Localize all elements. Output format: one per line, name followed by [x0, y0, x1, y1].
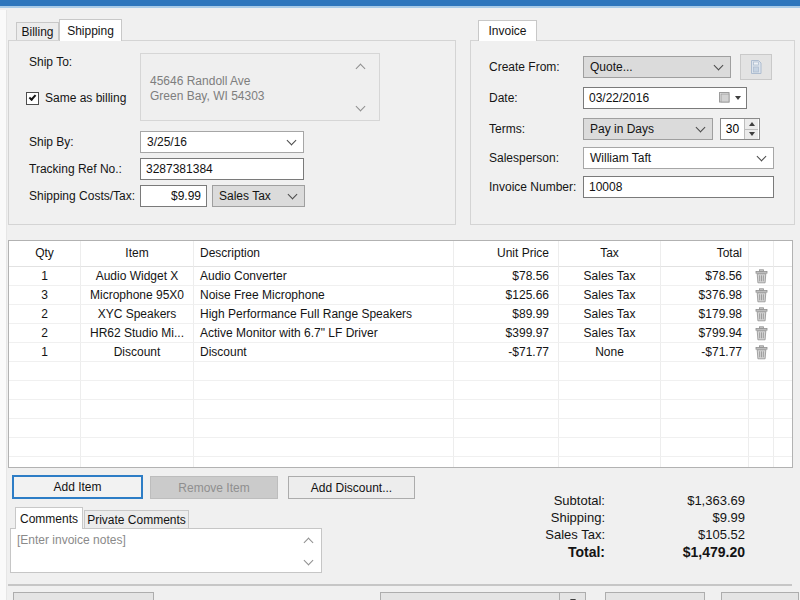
- cell-item: HR62 Studio Mi...: [81, 324, 194, 343]
- salesperson-combobox[interactable]: William Taft: [583, 147, 774, 169]
- subtotal-label: Subtotal:: [448, 492, 605, 509]
- terms-combobox[interactable]: Pay in Days: [583, 118, 713, 140]
- calendar-icon[interactable]: [719, 92, 731, 104]
- tab-billing[interactable]: Billing: [16, 22, 59, 40]
- date-label: Date:: [489, 87, 518, 109]
- invoice-notes-textarea[interactable]: [10, 528, 322, 573]
- shipping-cost-input[interactable]: [140, 185, 207, 207]
- shipping-total-value: $9.99: [605, 509, 745, 526]
- bottom-action-button-3[interactable]: [605, 592, 705, 600]
- cell-description: Audio Converter: [194, 267, 454, 286]
- bottom-split-dropdown-icon[interactable]: [559, 592, 585, 600]
- sales-tax-row: Sales Tax: $105.52: [448, 526, 745, 543]
- column-header-delete: [749, 241, 774, 267]
- stepper-down-button[interactable]: [745, 130, 758, 140]
- cell-gutter: [774, 343, 792, 362]
- tab-shipping[interactable]: Shipping: [59, 19, 122, 41]
- tab-billing-label: Billing: [21, 25, 53, 39]
- items-table-header: Qty Item Description Unit Price Tax Tota…: [9, 241, 792, 267]
- trash-icon[interactable]: [755, 307, 768, 322]
- table-row[interactable]: 1 Audio Widget X Audio Converter $78.56 …: [9, 267, 792, 286]
- table-row[interactable]: 2 HR62 Studio Mi... Active Monitor with …: [9, 324, 792, 343]
- sales-tax-label: Sales Tax:: [448, 526, 605, 543]
- create-from-label: Create From:: [489, 56, 560, 78]
- cell-total: $799.94: [661, 324, 749, 343]
- totals-summary: Subtotal: $1,363.69 Shipping: $9.99 Sale…: [448, 492, 745, 562]
- tracking-ref-label: Tracking Ref No.:: [29, 158, 122, 180]
- trash-icon[interactable]: [755, 269, 768, 284]
- add-item-label: Add Item: [53, 480, 101, 494]
- window-left-edge: [0, 10, 7, 600]
- table-row[interactable]: 3 Microphone 95X0 Noise Free Microphone …: [9, 286, 792, 305]
- table-row[interactable]: 2 XYC Speakers High Performance Full Ran…: [9, 305, 792, 324]
- cell-tax: Sales Tax: [559, 305, 661, 324]
- grand-total-row: Total: $1,479.20: [448, 543, 745, 562]
- window-accent-bar: [0, 0, 800, 8]
- subtotal-value: $1,363.69: [605, 492, 745, 509]
- grand-total-label: Total:: [448, 543, 605, 562]
- bottom-divider: [8, 584, 792, 586]
- shipping-tax-combobox[interactable]: Sales Tax: [212, 185, 305, 207]
- stepper-up-button[interactable]: [745, 119, 758, 130]
- terms-label: Terms:: [489, 118, 525, 140]
- table-empty-row: [9, 457, 792, 468]
- subtotal-row: Subtotal: $1,363.69: [448, 492, 745, 509]
- terms-value: Pay in Days: [590, 122, 654, 136]
- shipping-total-row: Shipping: $9.99: [448, 509, 745, 526]
- cell-unit-price: $78.56: [454, 267, 559, 286]
- document-icon: [749, 59, 763, 75]
- cell-gutter: [774, 267, 792, 286]
- triangle-down-icon: [749, 132, 755, 136]
- invoice-panel: Create From: Quote... Date: 03/22/2016: [470, 40, 795, 225]
- cell-gutter: [774, 305, 792, 324]
- cell-tax: Sales Tax: [559, 324, 661, 343]
- chevron-down-icon: [696, 123, 706, 133]
- bottom-action-button-1[interactable]: [13, 592, 154, 600]
- terms-days-input[interactable]: [721, 119, 744, 139]
- cell-item: Discount: [81, 343, 194, 362]
- cell-description: Noise Free Microphone: [194, 286, 454, 305]
- ship-to-address-text: 45646 Randoll Ave Green Bay, WI 54303: [150, 74, 265, 103]
- trash-icon[interactable]: [755, 288, 768, 303]
- ship-by-value: 3/25/16: [147, 135, 187, 149]
- create-from-apply-button[interactable]: [740, 54, 772, 80]
- add-discount-button[interactable]: Add Discount...: [288, 476, 415, 499]
- same-as-billing-checkbox[interactable]: [26, 92, 39, 105]
- bottom-action-button-4[interactable]: [721, 592, 799, 600]
- table-empty-row: [9, 362, 792, 381]
- cell-description: Active Monitor with 6.7" LF Driver: [194, 324, 454, 343]
- date-dropdown-icon[interactable]: [735, 96, 741, 100]
- trash-icon[interactable]: [755, 326, 768, 341]
- address-scroll-up-icon[interactable]: [356, 64, 366, 74]
- tab-private-comments[interactable]: Private Comments: [84, 510, 189, 528]
- add-item-button[interactable]: Add Item: [12, 475, 143, 499]
- ship-to-address-field[interactable]: 45646 Randoll Ave Green Bay, WI 54303: [140, 53, 380, 121]
- ship-by-combobox[interactable]: 3/25/16: [140, 131, 304, 153]
- trash-icon[interactable]: [755, 345, 768, 360]
- shipping-tax-value: Sales Tax: [219, 189, 271, 203]
- table-empty-row: [9, 381, 792, 400]
- shipping-costs-label: Shipping Costs/Tax:: [29, 185, 135, 207]
- tracking-ref-input[interactable]: [140, 158, 304, 180]
- bottom-action-button-2[interactable]: [380, 592, 586, 600]
- column-header-gutter: [774, 241, 792, 267]
- create-from-combobox[interactable]: Quote...: [583, 56, 731, 78]
- date-input[interactable]: 03/22/2016: [583, 87, 747, 109]
- column-header-unit-price: Unit Price: [454, 241, 559, 267]
- sales-tax-value: $105.52: [605, 526, 745, 543]
- cell-item: Audio Widget X: [81, 267, 194, 286]
- tab-comments-label: Comments: [20, 512, 78, 526]
- tab-comments[interactable]: Comments: [15, 507, 83, 529]
- cell-unit-price: $399.97: [454, 324, 559, 343]
- address-scroll-down-icon[interactable]: [356, 102, 366, 112]
- table-row[interactable]: 1 Discount Discount -$71.77 None -$71.77: [9, 343, 792, 362]
- invoice-number-input[interactable]: [583, 176, 774, 198]
- triangle-up-icon: [749, 122, 755, 126]
- cell-description: Discount: [194, 343, 454, 362]
- tab-invoice[interactable]: Invoice: [478, 20, 537, 41]
- cell-qty: 1: [9, 343, 81, 362]
- cell-qty: 2: [9, 305, 81, 324]
- terms-days-stepper[interactable]: [720, 118, 760, 140]
- cell-gutter: [774, 324, 792, 343]
- remove-item-button[interactable]: Remove Item: [150, 476, 278, 499]
